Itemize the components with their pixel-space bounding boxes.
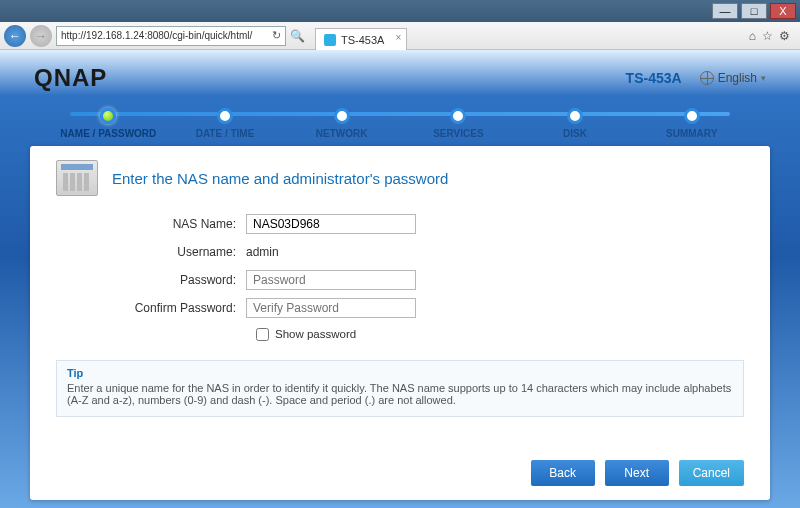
step-label: NETWORK [283,128,400,139]
model-label: TS-453A [626,70,682,86]
password-input[interactable] [246,270,416,290]
tab-title: TS-453A [341,34,384,46]
confirm-password-label: Confirm Password: [126,301,246,315]
step-label: SERVICES [400,128,517,139]
card-title: Enter the NAS name and administrator's p… [112,170,448,187]
search-icon[interactable]: 🔍 [290,29,305,43]
setup-form: NAS Name: Username: admin Password: Conf… [126,210,744,346]
step-name-password[interactable]: NAME / PASSWORD [50,108,167,139]
url-text: http://192.168.1.24:8080/cgi-bin/quick/h… [61,30,252,41]
step-network[interactable]: NETWORK [283,108,400,139]
step-label: DISK [517,128,634,139]
globe-icon [700,71,714,85]
tab-close-icon[interactable]: × [396,32,402,43]
window-minimize-button[interactable]: — [712,3,738,19]
confirm-password-input[interactable] [246,298,416,318]
page-body: QNAP TS-453A English ▾ NAME / PASSWORD D… [0,50,800,508]
wizard-button-row: Back Next Cancel [531,460,744,486]
window-maximize-button[interactable]: □ [741,3,767,19]
tip-body: Enter a unique name for the NAS in order… [67,382,731,406]
next-button[interactable]: Next [605,460,669,486]
chevron-down-icon: ▾ [761,73,766,83]
nav-back-button[interactable]: ← [4,25,26,47]
show-password-label: Show password [275,328,356,340]
step-dot-icon [567,108,583,124]
step-dot-icon [450,108,466,124]
password-label: Password: [126,273,246,287]
page-header: QNAP TS-453A English ▾ [30,56,770,100]
language-label: English [718,71,757,85]
language-selector[interactable]: English ▾ [700,71,766,85]
tab-strip: TS-453A × [309,22,745,50]
settings-gear-icon[interactable]: ⚙ [779,29,790,43]
step-summary[interactable]: SUMMARY [633,108,750,139]
wizard-card: Enter the NAS name and administrator's p… [30,146,770,500]
step-dot-icon [334,108,350,124]
favorites-icon[interactable]: ☆ [762,29,773,43]
window-titlebar: — □ X [0,0,800,22]
nas-name-label: NAS Name: [126,217,246,231]
show-password-checkbox[interactable] [256,328,269,341]
username-value: admin [246,245,279,259]
step-services[interactable]: SERVICES [400,108,517,139]
nav-forward-button[interactable]: → [30,25,52,47]
step-disk[interactable]: DISK [517,108,634,139]
username-label: Username: [126,245,246,259]
step-dot-icon [100,108,116,124]
home-icon[interactable]: ⌂ [749,29,756,43]
cancel-button[interactable]: Cancel [679,460,744,486]
step-date-time[interactable]: DATE / TIME [167,108,284,139]
tip-heading: Tip [67,367,733,379]
step-label: SUMMARY [633,128,750,139]
brand-logo: QNAP [34,64,107,92]
browser-toolbar: ← → http://192.168.1.24:8080/cgi-bin/qui… [0,22,800,50]
step-label: DATE / TIME [167,128,284,139]
card-header: Enter the NAS name and administrator's p… [56,160,744,196]
favicon-icon [324,34,336,46]
address-bar[interactable]: http://192.168.1.24:8080/cgi-bin/quick/h… [56,26,286,46]
step-dot-icon [217,108,233,124]
step-dot-icon [684,108,700,124]
browser-right-tools: ⌂ ☆ ⚙ [749,29,796,43]
nas-device-icon [56,160,98,196]
window-close-button[interactable]: X [770,3,796,19]
nas-name-input[interactable] [246,214,416,234]
wizard-stepper: NAME / PASSWORD DATE / TIME NETWORK SERV… [30,100,770,146]
step-label: NAME / PASSWORD [50,128,167,139]
browser-tab[interactable]: TS-453A × [315,28,407,50]
back-button[interactable]: Back [531,460,595,486]
refresh-icon[interactable]: ↻ [272,29,281,42]
tip-box: Tip Enter a unique name for the NAS in o… [56,360,744,417]
